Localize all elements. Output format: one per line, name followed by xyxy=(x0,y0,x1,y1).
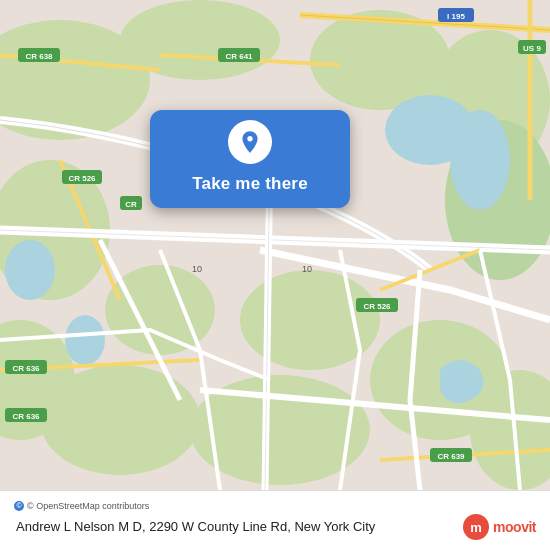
main-info-row: Andrew L Nelson M D, 2290 W County Line … xyxy=(14,513,536,541)
address-label: Andrew L Nelson M D, 2290 W County Line … xyxy=(14,519,462,534)
bottom-bar: © © OpenStreetMap contributors Andrew L … xyxy=(0,490,550,550)
svg-text:CR 636: CR 636 xyxy=(12,412,40,421)
svg-text:CR 636: CR 636 xyxy=(12,364,40,373)
location-popup[interactable]: Take me there xyxy=(150,110,350,208)
moovit-label: moovit xyxy=(493,519,536,535)
svg-text:CR 526: CR 526 xyxy=(363,302,391,311)
moovit-icon: m xyxy=(462,513,490,541)
location-pin xyxy=(228,120,272,164)
svg-point-17 xyxy=(65,315,105,365)
svg-point-8 xyxy=(40,365,200,475)
osm-attribution-row: © © OpenStreetMap contributors xyxy=(14,501,536,511)
svg-point-15 xyxy=(450,110,510,210)
svg-text:10: 10 xyxy=(302,264,312,274)
svg-text:10: 10 xyxy=(192,264,202,274)
svg-text:CR 639: CR 639 xyxy=(437,452,465,461)
moovit-logo: m moovit xyxy=(462,513,536,541)
svg-text:I 195: I 195 xyxy=(447,12,465,21)
svg-text:CR 638: CR 638 xyxy=(25,52,53,61)
pin-icon xyxy=(237,129,263,155)
osm-logo: © xyxy=(14,501,24,511)
svg-text:US 9: US 9 xyxy=(523,44,541,53)
bottom-content: © © OpenStreetMap contributors Andrew L … xyxy=(14,501,536,541)
svg-text:CR: CR xyxy=(125,200,137,209)
svg-point-16 xyxy=(5,240,55,300)
svg-text:CR 641: CR 641 xyxy=(225,52,253,61)
svg-text:CR 526: CR 526 xyxy=(68,174,96,183)
svg-text:m: m xyxy=(470,520,482,535)
take-me-there-button[interactable]: Take me there xyxy=(192,174,308,194)
map-background: CR 638 CR 641 I 195 US 9 CR 526 CR CR 63… xyxy=(0,0,550,490)
osm-copyright: © OpenStreetMap contributors xyxy=(27,501,149,511)
map-container: CR 638 CR 641 I 195 US 9 CR 526 CR CR 63… xyxy=(0,0,550,490)
